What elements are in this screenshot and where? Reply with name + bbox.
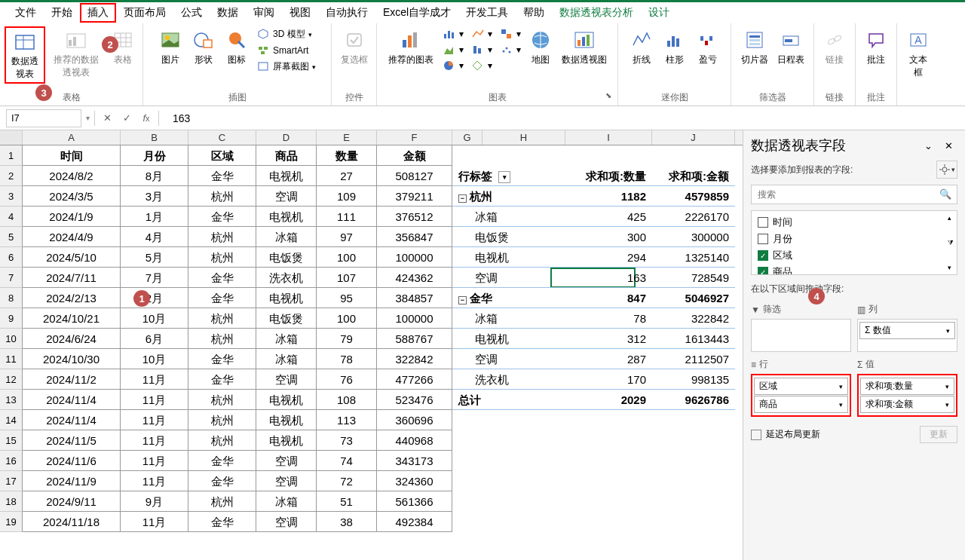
table-cell[interactable]: 79 xyxy=(317,329,377,349)
pivot-row-label[interactable]: 电视机 xyxy=(452,247,565,268)
tab-7[interactable]: 视图 xyxy=(282,3,318,23)
table-cell[interactable]: 2024/11/9 xyxy=(23,471,121,491)
table-cell[interactable]: 杭州 xyxy=(188,430,256,451)
pivot-row-label[interactable]: 冰箱 xyxy=(452,308,565,329)
table-cell[interactable]: 空调 xyxy=(256,369,317,390)
row-header[interactable]: 15 xyxy=(0,430,23,451)
pivot-cell[interactable]: 728549 xyxy=(652,268,735,288)
table-cell[interactable]: 379211 xyxy=(377,186,452,207)
pie-chart-dd[interactable]: ▾ xyxy=(440,58,467,73)
slicer-button[interactable]: 切片器 xyxy=(738,26,771,68)
table-cell[interactable]: 4月 xyxy=(121,227,188,247)
filter-zone[interactable] xyxy=(751,319,851,352)
table-cell[interactable]: 空调 xyxy=(256,451,317,471)
pivot-cell[interactable]: 425 xyxy=(565,207,652,227)
table-cell[interactable]: 2024/7/11 xyxy=(23,268,121,288)
combo-chart-dd[interactable]: ▾ xyxy=(497,26,524,41)
table-cell[interactable]: 588767 xyxy=(377,329,452,349)
table-cell[interactable]: 金华 xyxy=(188,166,256,186)
val-chip[interactable]: 求和项:数量▾ xyxy=(860,378,954,395)
table-cell[interactable]: 2024/11/2 xyxy=(23,369,121,390)
table-cell[interactable]: 2024/9/11 xyxy=(23,491,121,512)
table-cell[interactable]: 杭州 xyxy=(188,410,256,430)
table-cell[interactable]: 113 xyxy=(317,410,377,430)
table-cell[interactable]: 金华 xyxy=(188,369,256,390)
3d-model-button[interactable]: 3D 模型 ▾ xyxy=(255,26,319,42)
table-cell[interactable]: 杭州 xyxy=(188,329,256,349)
field-checkbox[interactable]: ✓ xyxy=(758,267,768,275)
screenshot-button[interactable]: 屏幕截图 ▾ xyxy=(255,59,319,75)
name-box[interactable] xyxy=(6,109,81,127)
field-checkbox[interactable] xyxy=(758,217,768,228)
table-cell[interactable]: 2024/11/4 xyxy=(23,390,121,410)
table-cell[interactable]: 51 xyxy=(317,491,377,512)
table-cell[interactable]: 322842 xyxy=(377,349,452,369)
table-cell[interactable]: 洗衣机 xyxy=(256,268,317,288)
table-cell[interactable]: 11月 xyxy=(121,512,188,532)
row-header[interactable]: 18 xyxy=(0,491,23,512)
col-header[interactable]: I xyxy=(565,130,652,145)
tab-3[interactable]: 页面布局 xyxy=(116,3,173,23)
table-cell[interactable]: 2024/4/9 xyxy=(23,227,121,247)
table-cell[interactable]: 523476 xyxy=(377,390,452,410)
pivot-cell[interactable]: 4579859 xyxy=(652,186,735,207)
table-cell[interactable]: 384857 xyxy=(377,288,452,308)
area-chart-dd[interactable]: ▾ xyxy=(440,42,467,57)
row-header[interactable]: 2 xyxy=(0,166,23,186)
table-cell[interactable]: 324360 xyxy=(377,471,452,491)
pivot-row-label[interactable]: 总计 xyxy=(452,390,565,410)
table-cell[interactable]: 492384 xyxy=(377,512,452,532)
pane-collapse-icon[interactable]: ⌄ xyxy=(920,140,937,151)
table-cell[interactable]: 95 xyxy=(317,288,377,308)
col-header[interactable]: E xyxy=(317,130,377,145)
field-item[interactable]: ✓区域 xyxy=(755,247,954,264)
tab-6[interactable]: 审阅 xyxy=(246,3,282,23)
row-header[interactable]: 5 xyxy=(0,227,23,247)
table-cell[interactable]: 电视机 xyxy=(256,430,317,451)
table-header-cell[interactable]: 月份 xyxy=(121,145,188,166)
pivot-cell[interactable]: 312 xyxy=(565,329,652,349)
table-cell[interactable]: 9月 xyxy=(121,491,188,512)
pivot-row-label[interactable]: 空调 xyxy=(452,268,565,288)
gear-button[interactable]: ▾ xyxy=(936,161,957,179)
pivot-cell[interactable]: 2029 xyxy=(565,390,652,410)
tab-4[interactable]: 公式 xyxy=(173,3,210,23)
field-item[interactable]: 时间 xyxy=(755,214,954,231)
scatter-chart-dd[interactable]: ▾ xyxy=(497,42,524,57)
table-cell[interactable]: 冰箱 xyxy=(256,329,317,349)
table-cell[interactable]: 电饭煲 xyxy=(256,308,317,329)
table-cell[interactable]: 74 xyxy=(317,451,377,471)
table-cell[interactable]: 金华 xyxy=(188,471,256,491)
table-cell[interactable]: 1月 xyxy=(121,207,188,227)
comment-button[interactable]: 批注 xyxy=(861,26,891,68)
table-cell[interactable]: 11月 xyxy=(121,369,188,390)
table-cell[interactable]: 27 xyxy=(317,166,377,186)
col-header[interactable]: J xyxy=(652,130,735,145)
table-cell[interactable]: 11月 xyxy=(121,410,188,430)
filter-dd-icon[interactable]: ▾ xyxy=(498,171,510,183)
smartart-button[interactable]: SmartArt xyxy=(255,43,319,58)
table-cell[interactable]: 477266 xyxy=(377,369,452,390)
table-cell[interactable]: 杭州 xyxy=(188,491,256,512)
pivot-cell[interactable]: 2226170 xyxy=(652,207,735,227)
picture-button[interactable]: 图片 xyxy=(155,26,185,68)
pivot-cell[interactable]: 9626786 xyxy=(652,390,735,410)
row-header[interactable]: 3 xyxy=(0,186,23,207)
table-cell[interactable]: 6月 xyxy=(121,329,188,349)
table-cell[interactable]: 100 xyxy=(317,247,377,268)
sparkline-winloss-button[interactable]: 盈亏 xyxy=(693,26,723,68)
table-cell[interactable]: 杭州 xyxy=(188,227,256,247)
table-cell[interactable]: 2月 xyxy=(121,288,188,308)
table-cell[interactable]: 杭州 xyxy=(188,390,256,410)
table-cell[interactable]: 电视机 xyxy=(256,166,317,186)
col-header[interactable]: B xyxy=(121,130,188,145)
table-cell[interactable]: 2024/10/30 xyxy=(23,349,121,369)
icons-button[interactable]: 图标 xyxy=(222,26,252,68)
field-item[interactable]: ✓商品 xyxy=(755,264,954,275)
tab-2[interactable]: 插入 xyxy=(80,3,116,23)
bar-chart-dd[interactable]: ▾ xyxy=(440,26,467,41)
row-header[interactable]: 6 xyxy=(0,247,23,268)
fb-cancel[interactable]: ✕ xyxy=(100,111,115,126)
defer-checkbox[interactable]: 延迟布局更新 xyxy=(751,428,820,441)
table-cell[interactable]: 杭州 xyxy=(188,186,256,207)
